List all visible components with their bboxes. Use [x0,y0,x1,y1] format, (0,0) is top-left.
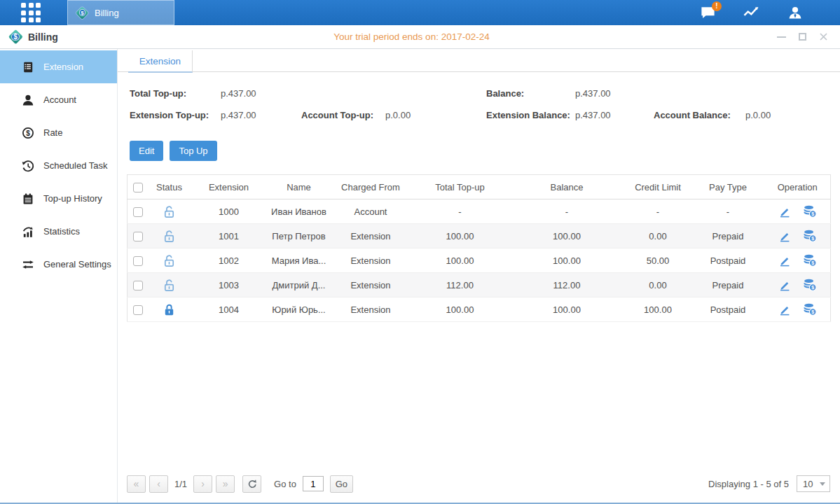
row-checkbox[interactable] [133,305,143,315]
next-page-button[interactable]: › [193,475,212,493]
topup-row-icon[interactable] [803,302,817,316]
row-checkbox[interactable] [133,232,143,241]
charged-from-cell: Extension [331,248,411,273]
charged-from-cell: Extension [331,298,411,322]
prev-page-button[interactable]: ‹ [149,475,168,493]
prev-page-icon: ‹ [157,478,160,489]
topup-row-icon[interactable] [803,229,817,243]
first-page-button[interactable]: « [127,475,146,493]
maximize-icon[interactable] [797,32,807,42]
charged-from-cell: Account [331,200,411,224]
sidebar-item-extension[interactable]: Extension [0,50,117,83]
edit-row-icon[interactable] [778,254,791,267]
topup-row-icon[interactable] [803,253,817,267]
edit-row-icon[interactable] [778,279,791,291]
sidebar-item-topup-history[interactable]: Top-up History [0,182,117,215]
balance-label: Balance: [486,88,575,99]
charged-from-cell: Extension [331,224,411,248]
row-checkbox[interactable] [133,256,143,266]
sidebar-item-label: Scheduled Task [43,160,108,171]
last-page-button[interactable]: » [216,475,235,493]
column-header-operation: Operation [765,175,831,200]
page-size-value: 10 [797,479,813,489]
sidebar-item-label: Account [43,94,76,105]
credit-limit-cell: 0.00 [625,224,691,248]
select-all-checkbox[interactable] [133,183,143,192]
close-icon[interactable] [818,32,828,42]
edit-row-icon[interactable] [778,230,791,242]
top-up-button[interactable]: Top Up [170,141,216,161]
minimize-icon[interactable] [776,32,786,42]
extension-balance-value: p.437.00 [575,110,654,120]
goto-page-input[interactable] [303,476,324,491]
history-clock-icon [22,160,34,172]
table-row: 1002 Мария Ива... Extension 100.00 100.0… [128,248,831,273]
credit-limit-cell: 100.00 [625,298,691,322]
edit-button[interactable]: Edit [130,141,163,161]
total-topup-label: Total Top-up: [130,88,221,99]
taskbar-billing-button[interactable]: $ Billing [67,0,174,25]
content-area: Extension Total Top-up: p.437.00 Extensi… [118,49,840,503]
sidebar-item-label: Statistics [43,226,80,237]
resource-monitor-icon[interactable] [743,5,760,21]
lock-status-icon [163,279,175,289]
edit-row-icon[interactable] [778,205,791,218]
bar-chart-icon [22,225,34,238]
name-cell: Иван Иванов [268,200,331,224]
column-header-balance: Balance [509,175,625,200]
balance-cell: - [509,200,625,224]
table-row: 1000 Иван Иванов Account - - - - [128,200,831,224]
topbar: $ Billing ! [0,0,840,25]
pay-type-cell: - [691,200,765,224]
notifications-icon[interactable]: ! [699,5,717,21]
table-header-row: Status Extension Name Charged From Total… [128,175,831,200]
billing-app-icon: $ [76,7,88,19]
tab-row: Extension [118,50,840,72]
extension-topup-label: Extension Top-up: [130,110,221,120]
topup-row-icon[interactable] [803,278,817,292]
balance-cell: 100.00 [509,298,625,322]
sidebar-item-label: Extension [43,62,83,72]
table-row: 1001 Петр Петров Extension 100.00 100.00… [128,224,831,248]
refresh-button[interactable] [242,475,261,493]
account-topup-value: p.0.00 [385,110,411,120]
sidebar-item-rate[interactable]: Rate [0,116,117,149]
page-size-select[interactable]: 10 [797,475,830,492]
table-row: 1004 Юрий Юрь... Extension 100.00 100.00… [128,298,831,322]
sidebar-item-account[interactable]: Account [0,83,117,116]
pay-type-cell: Postpaid [691,298,765,322]
apps-grid-icon[interactable] [21,3,41,22]
row-checkbox[interactable] [133,207,143,217]
goto-label: Go to [274,479,296,489]
edit-row-icon[interactable] [778,303,791,316]
sidebar-item-scheduled-task[interactable]: Scheduled Task [0,149,117,182]
chevron-down-icon [820,482,825,486]
sidebar-item-label: Top-up History [43,193,102,204]
lock-status-icon [163,303,175,314]
row-checkbox[interactable] [133,281,143,290]
balance-cell: 112.00 [509,273,625,298]
credit-limit-cell: 0.00 [625,273,691,298]
user-account-icon[interactable] [786,5,804,21]
billing-window-icon: $ [8,30,22,44]
total-topup-value: p.437.00 [221,88,256,99]
action-buttons: Edit Top Up [130,141,840,161]
pay-type-cell: Prepaid [691,224,765,248]
column-header-extension: Extension [191,175,268,200]
taskbar-billing-label: Billing [95,8,119,18]
sidebar-item-general-settings[interactable]: General Settings [0,248,117,281]
go-button[interactable]: Go [330,475,353,493]
name-cell: Дмитрий Д... [268,273,331,298]
window-titlebar: $ Billing Your trial period ends on: 201… [0,25,840,49]
tab-extension[interactable]: Extension [128,50,193,73]
extension-balance-label: Extension Balance: [486,110,575,120]
total-topup-cell: 100.00 [411,298,509,322]
topup-row-icon[interactable] [803,204,817,218]
extension-cell: 1003 [191,273,268,298]
balance-cell: 100.00 [509,224,625,248]
sidebar-item-statistics[interactable]: Statistics [0,215,117,248]
notification-badge: ! [712,1,722,11]
extension-cell: 1000 [191,200,268,224]
notebook-icon [22,192,34,205]
sidebar: Extension Account Rate Scheduled Task To… [0,49,118,503]
